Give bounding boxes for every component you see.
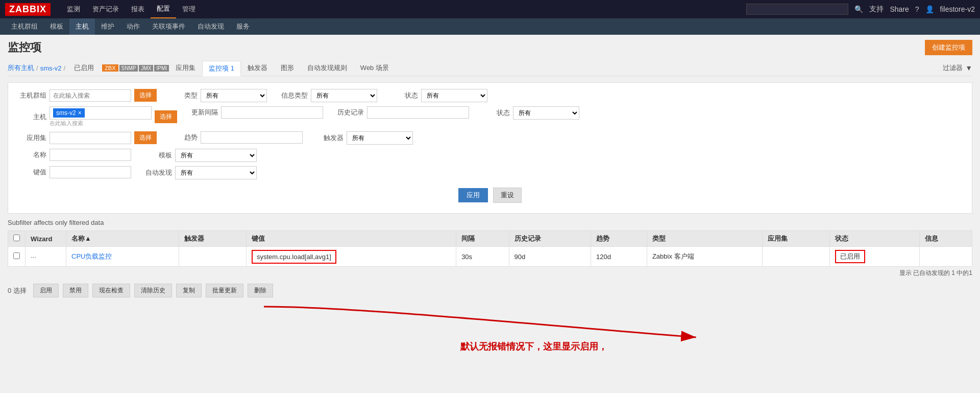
annotation-container: 默认无报错情况下，这里显示启用，: [8, 302, 972, 363]
action-delete-btn[interactable]: 删除: [248, 284, 273, 297]
nav-monitor[interactable]: 监测: [61, 0, 86, 18]
logo: ZABBIX: [5, 3, 51, 16]
filter-state2-select[interactable]: 所有: [513, 106, 579, 120]
row-info-cell: [919, 247, 972, 267]
nav-admin[interactable]: 管理: [176, 0, 202, 18]
row-key-value: system.cpu.load[all,avg1]: [252, 250, 336, 264]
filter-appset-input[interactable]: [50, 132, 131, 144]
filter-state1-group: 状态 所有: [387, 89, 487, 102]
filter-type-label: 类型: [167, 91, 198, 100]
filter-hostgroup-label: 主机群组: [16, 91, 46, 100]
filter-autodiscover-select[interactable]: 所有: [175, 166, 257, 179]
filter-host-tags: sms-v2 ×: [50, 106, 152, 120]
action-check-now-btn[interactable]: 现在检查: [92, 284, 130, 297]
filter-trigger-label: 触发器: [313, 133, 344, 143]
sub-nav-hostgroups[interactable]: 主机群组: [5, 18, 44, 35]
filter-host-select-btn[interactable]: 选择: [155, 110, 177, 123]
action-clear-history-btn[interactable]: 清除历史: [134, 284, 172, 297]
row-checkbox-cell: [8, 247, 26, 267]
filter-trigger-select[interactable]: 所有: [347, 131, 413, 145]
filter-hostgroup-select-btn[interactable]: 选择: [134, 89, 157, 102]
sub-nav-services[interactable]: 服务: [230, 18, 256, 35]
nav-reports[interactable]: 报表: [125, 0, 151, 18]
help-icon[interactable]: ?: [915, 5, 919, 13]
filter-template-label: 模板: [141, 151, 172, 160]
display-count: 显示 已自动发现的 1 中的1: [8, 267, 972, 280]
filter-panel: 主机群组 选择 类型 所有 信息类型 所有 状态: [8, 82, 972, 214]
col-checkbox: [8, 231, 26, 247]
filter-host-tag-text: sms-v2: [56, 109, 76, 117]
support-link[interactable]: 支持: [869, 5, 884, 14]
filter-toggle[interactable]: 过滤器 ▼: [943, 63, 972, 73]
filter-appset-label: 应用集: [16, 133, 46, 143]
filter-state1-select[interactable]: 所有: [421, 89, 487, 102]
user-icon[interactable]: 👤: [925, 5, 934, 13]
row-wizard-cell: ···: [26, 247, 66, 267]
filter-template-group: 模板 所有: [141, 149, 257, 162]
badge-snmp: SNMP: [119, 65, 138, 72]
filter-trigger-group: 触发器 所有: [313, 131, 413, 145]
tab-graphs[interactable]: 图形: [274, 60, 301, 76]
filter-name-input[interactable]: [50, 149, 131, 161]
breadcrumb-all-hosts[interactable]: 所有主机: [8, 61, 34, 75]
sub-nav-hosts[interactable]: 主机: [69, 18, 95, 35]
filter-appset-group: 应用集 选择: [16, 131, 157, 144]
filter-infotype-label: 信息类型: [277, 91, 308, 100]
tab-appset[interactable]: 应用集: [169, 60, 202, 76]
action-disable-btn[interactable]: 禁用: [63, 284, 88, 297]
apply-filter-button[interactable]: 应用: [458, 188, 488, 202]
row-checkbox[interactable]: [13, 252, 20, 259]
tab-enabled[interactable]: 已启用: [67, 60, 101, 76]
row-name-link[interactable]: CPU负载监控: [71, 252, 112, 260]
filter-autodiscover-label: 自动发现: [141, 168, 172, 177]
row-history-cell: 90d: [509, 247, 591, 267]
sub-nav-related-events[interactable]: 关联项事件: [146, 18, 191, 35]
filter-state2-group: 状态 所有: [479, 106, 579, 120]
filter-type-select[interactable]: 所有: [201, 89, 267, 102]
filter-template-select[interactable]: 所有: [175, 149, 257, 162]
filter-state1-label: 状态: [387, 91, 418, 100]
row-key-cell: system.cpu.load[all,avg1]: [246, 247, 456, 267]
breadcrumb-sep1: /: [36, 64, 38, 72]
nav-config[interactable]: 配置: [151, 0, 176, 18]
action-enable-btn[interactable]: 启用: [33, 284, 59, 297]
action-bar: 0 选择 启用 禁用 现在检查 清除历史 复制 批量更新 删除: [8, 280, 972, 302]
search-icon[interactable]: 🔍: [854, 5, 863, 13]
reset-filter-button[interactable]: 重设: [493, 188, 522, 203]
filter-row-4: 名称 模板 所有: [16, 149, 964, 162]
action-copy-btn[interactable]: 复制: [176, 284, 202, 297]
filter-appset-select-btn[interactable]: 选择: [134, 131, 157, 144]
global-search-input[interactable]: [746, 4, 848, 15]
filter-state2-label: 状态: [479, 108, 510, 118]
action-batch-update-btn[interactable]: 批量更新: [206, 284, 243, 297]
filter-updateinterval-input[interactable]: [221, 106, 323, 119]
sub-nav-actions[interactable]: 动作: [120, 18, 146, 35]
row-status-value[interactable]: 已启用: [835, 250, 865, 263]
sub-nav-templates[interactable]: 模板: [44, 18, 69, 35]
col-trigger-header: 触发器: [179, 231, 246, 247]
filter-host-tag-remove[interactable]: ×: [78, 109, 82, 117]
tab-triggers[interactable]: 触发器: [241, 60, 274, 76]
filter-key-input[interactable]: [50, 166, 131, 178]
row-wizard-menu[interactable]: ···: [31, 253, 36, 261]
share-link[interactable]: Share: [890, 5, 909, 13]
row-trigger-cell: [179, 247, 246, 267]
create-item-button[interactable]: 创建监控项: [925, 40, 972, 55]
tab-web-scenarios[interactable]: Web 场景: [354, 60, 396, 76]
breadcrumb-sep2: /: [64, 64, 66, 72]
col-name-header[interactable]: 名称▲: [66, 231, 179, 247]
col-name-label: 名称▲: [71, 235, 91, 242]
filter-infotype-select[interactable]: 所有: [311, 89, 377, 102]
select-all-checkbox[interactable]: [13, 235, 20, 241]
sub-nav-maintenance[interactable]: 维护: [95, 18, 120, 35]
breadcrumb-host-name[interactable]: sms-v2: [40, 62, 62, 74]
sub-nav-autodiscovery[interactable]: 自动发现: [191, 18, 230, 35]
nav-assets[interactable]: 资产记录: [86, 0, 125, 18]
filter-hostgroup-input[interactable]: [50, 89, 131, 102]
row-appset-cell: [762, 247, 829, 267]
filter-history-input[interactable]: [367, 106, 469, 119]
tab-items[interactable]: 监控项 1: [202, 61, 241, 76]
filter-trend-input[interactable]: [201, 131, 303, 144]
row-interval-cell: 30s: [456, 247, 509, 267]
tab-autodiscovery-rules[interactable]: 自动发现规则: [301, 60, 354, 76]
